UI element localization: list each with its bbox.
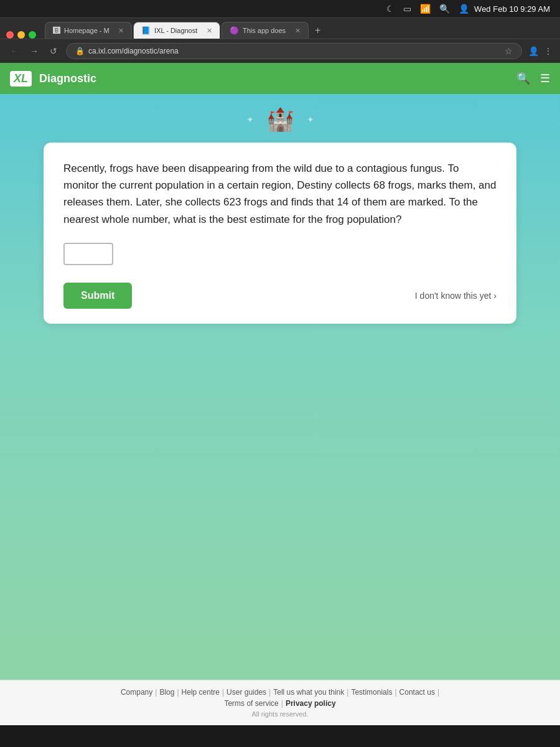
footer-sep-6: |	[394, 688, 396, 697]
card-actions: Submit I don't know this yet ›	[63, 283, 497, 309]
footer-contact[interactable]: Contact us	[399, 688, 435, 697]
url-text: ca.ixl.com/diagnostic/arena	[88, 47, 179, 55]
question-card: Recently, frogs have been disappearing f…	[44, 143, 516, 324]
mac-status-icons: ☾ ▭ 📶 🔍 👤	[386, 4, 469, 14]
footer-help[interactable]: Help centre	[182, 688, 220, 697]
window-minimize-btn[interactable]	[17, 31, 25, 39]
tab1-favicon: 🅱	[53, 26, 60, 35]
footer-company[interactable]: Company	[121, 688, 152, 697]
address-bar: ← → ↺ 🔒 ca.ixl.com/diagnostic/arena ☆ 👤 …	[0, 39, 560, 63]
search-icon: 🔍	[439, 4, 450, 14]
url-bar[interactable]: 🔒 ca.ixl.com/diagnostic/arena ☆	[66, 43, 522, 59]
ixl-search-icon[interactable]: 🔍	[516, 72, 530, 85]
footer-privacy[interactable]: Privacy policy	[286, 699, 336, 708]
footer-links: Company | Blog | Help centre | User guid…	[12, 688, 548, 697]
system-time: Wed Feb 10 9:29 AM	[474, 4, 550, 14]
footer-sep-8: |	[281, 699, 283, 708]
tab2-label: IXL - Diagnost	[154, 27, 203, 34]
wifi-icon: 📶	[420, 4, 431, 14]
bookmark-icon[interactable]: ☆	[505, 46, 513, 56]
footer-sep-1: |	[155, 688, 157, 697]
window-close-btn[interactable]	[6, 31, 14, 39]
moon-icon: ☾	[386, 4, 394, 14]
mascot-character: 🏰	[266, 106, 294, 133]
new-tab-button[interactable]: +	[310, 22, 325, 39]
ixl-page-title: Diagnostic	[39, 72, 516, 85]
submit-button[interactable]: Submit	[63, 283, 132, 309]
tab1-close[interactable]: ✕	[118, 27, 124, 35]
footer-sep-7: |	[437, 688, 439, 697]
browser-action-buttons: 👤 ⋮	[528, 46, 553, 56]
ixl-header-icons: 🔍 ☰	[516, 72, 550, 85]
footer-sep-2: |	[177, 688, 179, 697]
ixl-app: XL Diagnostic 🔍 ☰ ✦ 🏰 ✦ Recently, frogs …	[0, 63, 560, 725]
answer-input[interactable]	[63, 243, 113, 265]
ixl-footer: Company | Blog | Help centre | User guid…	[0, 680, 560, 725]
browser-tab-2[interactable]: 📘 IXL - Diagnost ✕	[133, 22, 220, 39]
user-icon: 👤	[459, 4, 469, 14]
question-text: Recently, frogs have been disappearing f…	[63, 160, 497, 228]
star-left-icon: ✦	[246, 115, 254, 125]
tab2-favicon: 📘	[141, 26, 151, 35]
back-button[interactable]: ←	[7, 45, 21, 57]
dont-know-link[interactable]: I don't know this yet ›	[415, 291, 497, 301]
mac-topbar: ☾ ▭ 📶 🔍 👤 Wed Feb 10 9:29 AM	[0, 0, 560, 17]
footer-sep-4: |	[269, 688, 271, 697]
footer-copyright: All rights reserved.	[12, 710, 548, 718]
dont-know-text: I don't know this yet	[415, 291, 492, 301]
forward-button[interactable]: →	[27, 45, 41, 57]
tab3-label: This app does	[243, 27, 291, 34]
tab1-label: Homepage - M	[64, 27, 114, 34]
screen-icon: ▭	[403, 4, 411, 14]
browser-chrome: 🅱 Homepage - M ✕ 📘 IXL - Diagnost ✕ 🟣 Th…	[0, 17, 560, 63]
window-controls	[6, 31, 36, 39]
lock-icon: 🔒	[75, 47, 85, 55]
ixl-menu-icon[interactable]: ☰	[540, 72, 550, 85]
more-options-icon[interactable]: ⋮	[544, 46, 553, 56]
footer-blog[interactable]: Blog	[159, 688, 174, 697]
window-maximize-btn[interactable]	[29, 31, 36, 39]
footer-user-guides[interactable]: User guides	[226, 688, 266, 697]
star-right-icon: ✦	[307, 115, 314, 125]
tab3-favicon: 🟣	[230, 26, 239, 35]
chevron-right-icon: ›	[493, 291, 497, 301]
tab2-close[interactable]: ✕	[207, 27, 212, 35]
footer-links-2: Terms of service | Privacy policy	[12, 699, 548, 708]
footer-tell-us[interactable]: Tell us what you think	[273, 688, 344, 697]
tab3-close[interactable]: ✕	[295, 27, 301, 35]
browser-tab-1[interactable]: 🅱 Homepage - M ✕	[45, 22, 132, 39]
browser-tab-3[interactable]: 🟣 This app does ✕	[222, 22, 309, 39]
reload-button[interactable]: ↺	[47, 45, 60, 57]
footer-terms[interactable]: Terms of service	[224, 699, 278, 708]
footer-testimonials[interactable]: Testimonials	[351, 688, 392, 697]
mascot-area: ✦ 🏰 ✦	[246, 106, 314, 133]
footer-sep-5: |	[347, 688, 348, 697]
avatar-icon[interactable]: 👤	[528, 46, 539, 56]
tab-bar: 🅱 Homepage - M ✕ 📘 IXL - Diagnost ✕ 🟣 Th…	[0, 18, 560, 39]
ixl-main-content: ✦ 🏰 ✦ Recently, frogs have been disappea…	[0, 94, 560, 680]
ixl-header: XL Diagnostic 🔍 ☰	[0, 63, 560, 94]
ixl-logo: XL	[10, 71, 32, 87]
footer-sep-3: |	[222, 688, 224, 697]
